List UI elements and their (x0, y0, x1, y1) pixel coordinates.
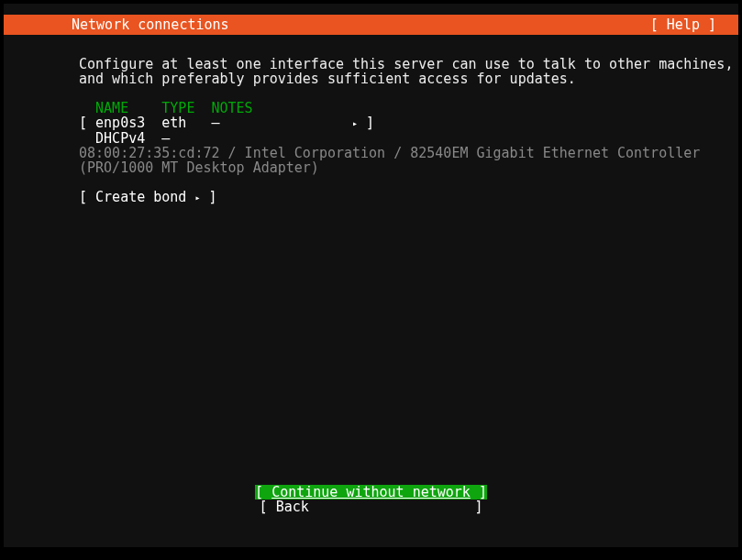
main-content: Configure at least one interface this se… (4, 35, 738, 220)
intro-line-2: and which preferably provides sufficient… (79, 71, 576, 87)
help-button[interactable]: [ Help ] (650, 15, 716, 35)
interface-row[interactable]: [ enp0s3 eth – ▸ ] (79, 115, 374, 131)
iface-type: eth (161, 115, 186, 131)
page-title: Network connections (72, 15, 229, 35)
titlebar: Network connections [ Help ] (4, 15, 738, 35)
footer: [ Continue without network ] [ Back ] (4, 470, 738, 529)
continue-button[interactable]: [ Continue without network ] (255, 485, 487, 500)
back-button[interactable]: [ Back ] (260, 500, 483, 514)
installer-screen: Network connections [ Help ] Configure a… (4, 4, 738, 547)
create-bond-button[interactable]: [ Create bond ▸ ] (79, 189, 217, 205)
iface-name: enp0s3 (95, 115, 145, 131)
hw-line-2: (PRO/1000 MT Desktop Adapter) (79, 159, 319, 176)
iface-notes: – (212, 115, 220, 131)
